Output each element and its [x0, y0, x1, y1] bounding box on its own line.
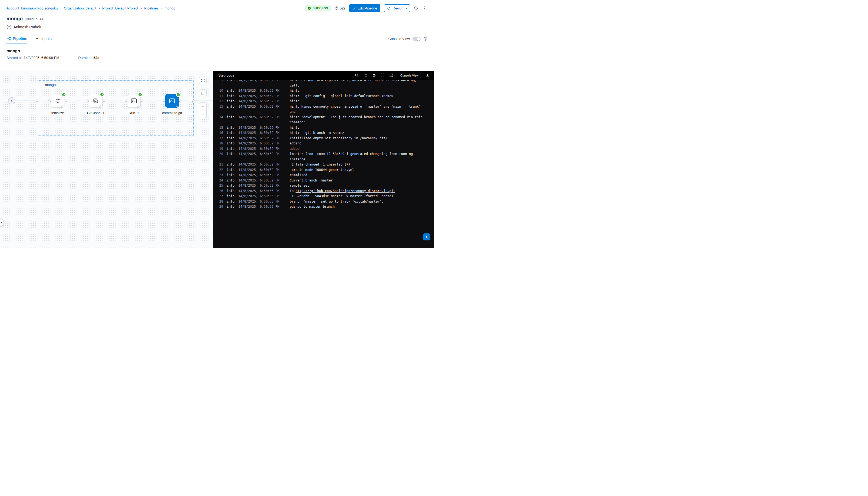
duration-indicator: 52s	[335, 6, 345, 10]
step-card[interactable]: </>	[127, 94, 141, 108]
log-line: 29info14/8/2025, 6:50:55 PMpushed to mas…	[213, 204, 434, 210]
connector-point[interactable]	[179, 99, 182, 102]
connector-point[interactable]	[87, 99, 89, 102]
connector-point[interactable]	[36, 99, 38, 102]
code-icon: </>	[175, 105, 178, 107]
edit-pipeline-label: Edit Pipeline	[358, 6, 377, 10]
log-line: 13info14/8/2025, 6:50:52 PMhint: Names c…	[213, 104, 434, 110]
breadcrumb-item[interactable]: Pipelines	[144, 6, 158, 10]
step-success-badge-icon	[62, 93, 66, 97]
tab-inputs-label: Inputs	[41, 36, 52, 41]
log-line: 18info14/8/2025, 6:50:52 PMadding	[213, 141, 434, 146]
log-line: 28info14/8/2025, 6:50:55 PMbranch 'maste…	[213, 199, 434, 204]
kebab-menu-icon[interactable]: ⋮	[422, 5, 428, 11]
play-icon	[10, 99, 13, 103]
breadcrumb-item[interactable]: mongo	[165, 6, 175, 10]
edit-pipeline-button[interactable]: Edit Pipeline	[349, 4, 380, 12]
log-timestamp: 14/8/2025, 6:50:52 PM	[238, 141, 286, 146]
connector-dashed-line	[104, 100, 126, 101]
log-body[interactable]: 9info14/8/2025, 6:50:52 PMhint: of your …	[213, 80, 434, 248]
log-timestamp: 14/8/2025, 6:50:52 PM	[238, 146, 286, 152]
connector-point[interactable]	[141, 99, 143, 102]
rerun-label: Re-run	[392, 6, 403, 10]
connector-point[interactable]	[163, 99, 165, 102]
search-icon[interactable]	[355, 73, 359, 77]
log-level: info	[227, 188, 235, 194]
connector-point[interactable]	[125, 99, 127, 102]
pipeline-step-node[interactable]: </>Initialize	[51, 94, 64, 108]
step-card[interactable]: </>	[165, 94, 179, 108]
console-view-button[interactable]: Console View	[398, 73, 421, 78]
settings-gear-icon[interactable]: ⚙	[372, 73, 376, 77]
duration-text: 52s	[340, 6, 345, 10]
log-line-number: 15	[216, 125, 223, 130]
start-node	[8, 97, 15, 104]
log-timestamp: 14/8/2025, 6:50:52 PM	[238, 178, 286, 183]
log-line-number: 18	[216, 141, 223, 146]
log-timestamp: 14/8/2025, 6:50:52 PM	[238, 152, 286, 157]
tab-bar: Pipeline Inputs Console View	[0, 33, 434, 44]
pipeline-canvas[interactable]: − mongo </>Initialize</>GitClone_1</>Run…	[0, 71, 213, 248]
step-label: GitClone_1	[77, 111, 115, 115]
log-message: pushed to master branch	[290, 204, 335, 210]
status-text: SUCCESS	[313, 6, 328, 10]
log-line-number: 14	[216, 115, 223, 120]
log-message: and	[290, 109, 296, 115]
log-level: info	[227, 88, 235, 94]
expand-fullscreen-icon[interactable]	[381, 73, 385, 77]
external-link-icon[interactable]	[389, 73, 393, 77]
step-logs-panel: Step Logs ⚙ Console View	[213, 71, 434, 248]
zoom-out-button[interactable]: −	[199, 110, 206, 118]
copy-logs-icon[interactable]	[363, 73, 368, 77]
log-line-number: 16	[216, 130, 223, 136]
download-icon[interactable]	[425, 73, 430, 77]
log-message: To https://github.com/Sonichigo/economy-…	[290, 188, 395, 194]
breadcrumb-item[interactable]: Project: Default Project	[102, 6, 138, 10]
connector-point[interactable]	[103, 99, 105, 102]
page-header: Account: kurosakiichigo.songoku›Organiza…	[0, 0, 434, 33]
canvas-select-button[interactable]	[199, 90, 207, 97]
scroll-to-top-button[interactable]	[423, 233, 430, 241]
pipeline-step-node[interactable]: </>Run_1	[127, 94, 141, 108]
log-link[interactable]: https://github.com/Sonichigo/economy-dis…	[296, 189, 395, 193]
info-icon[interactable]	[423, 37, 428, 41]
log-line: 15info14/8/2025, 6:50:52 PMhint:	[213, 125, 434, 130]
step-card[interactable]: </>	[89, 94, 103, 108]
zoom-in-button[interactable]: +	[199, 103, 206, 110]
tab-pipeline[interactable]: Pipeline	[6, 33, 27, 44]
connector-line	[15, 100, 37, 101]
connector-dashed-line	[37, 100, 49, 101]
log-message: remote set	[290, 183, 309, 188]
log-level: info	[227, 167, 235, 173]
log-line: 26info14/8/2025, 6:50:55 PMTo https://gi…	[213, 188, 434, 194]
connector-point[interactable]	[65, 99, 67, 102]
breadcrumb-item[interactable]: Account: kurosakiichigo.songoku	[6, 6, 58, 10]
pipeline-step-node[interactable]: </>commit to git	[165, 94, 179, 108]
rerun-button[interactable]: Re-run ▾	[384, 4, 410, 12]
log-line-number: 29	[216, 204, 223, 210]
log-line-number: 9	[216, 80, 223, 83]
tab-pipeline-label: Pipeline	[13, 36, 27, 41]
log-line: 17info14/8/2025, 6:50:52 PMInitialized e…	[213, 136, 434, 141]
connector-point[interactable]	[48, 99, 51, 102]
connector-point[interactable]	[192, 99, 195, 102]
duration-value: 52s	[94, 56, 99, 60]
canvas-fullscreen-button[interactable]	[199, 77, 207, 84]
log-line-number: 17	[216, 136, 223, 141]
log-timestamp: 14/8/2025, 6:50:55 PM	[238, 193, 286, 199]
console-view-toggle[interactable]	[413, 37, 421, 41]
log-level: info	[227, 99, 235, 104]
info-icon[interactable]	[414, 6, 418, 10]
tab-inputs[interactable]: Inputs	[35, 33, 52, 44]
log-message: + 82a6dbb...5843d9c master -> master (fo…	[290, 193, 393, 199]
log-line-number: 13	[216, 104, 223, 110]
log-timestamp: 14/8/2025, 6:50:55 PM	[238, 188, 286, 194]
step-card[interactable]: </>	[51, 94, 64, 108]
code-icon: </>	[99, 105, 102, 107]
log-level: info	[227, 152, 235, 157]
log-level: info	[227, 199, 235, 204]
breadcrumb-item[interactable]: Organization: default	[64, 6, 96, 10]
pipeline-step-node[interactable]: </>GitClone_1	[89, 94, 103, 108]
started-at: Started at: 14/8/2025, 6:50:09 PM	[6, 56, 59, 60]
log-timestamp: 14/8/2025, 6:50:52 PM	[238, 88, 286, 94]
